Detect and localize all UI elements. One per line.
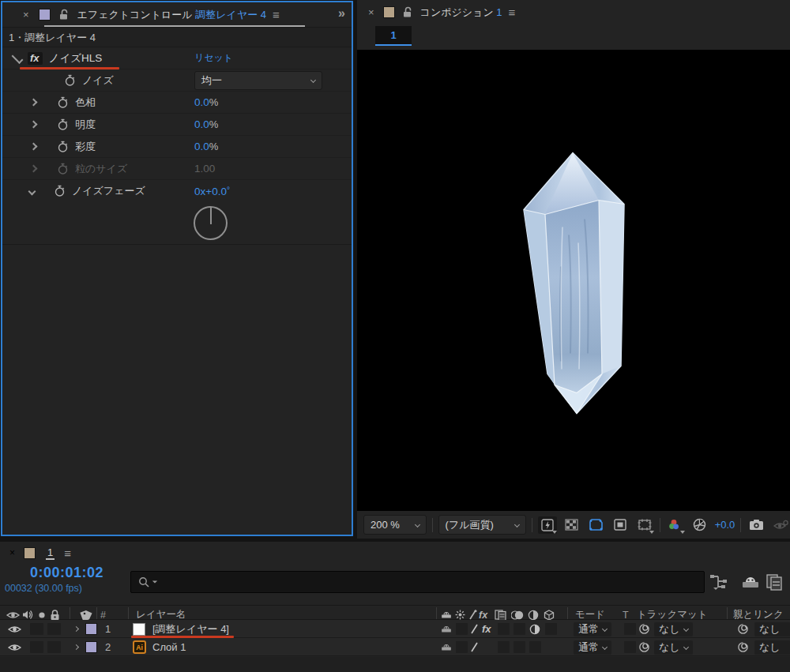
effect-name[interactable]: ノイズHLS [49, 51, 103, 66]
track-matte-dropdown[interactable]: なし [654, 638, 693, 656]
composition-viewer[interactable] [357, 50, 790, 511]
current-timecode[interactable]: 0:00:01:02 [30, 565, 103, 581]
motion-blur-toggle[interactable] [514, 638, 525, 656]
layer-index: 1 [105, 620, 111, 638]
quality-toggle[interactable] [470, 638, 479, 656]
angle-dial[interactable] [194, 206, 228, 240]
twirl-down-icon[interactable] [28, 187, 36, 195]
blend-mode-dropdown[interactable]: 通常 [574, 620, 611, 638]
collapse-toggle[interactable] [456, 620, 468, 638]
search-options-caret[interactable] [152, 580, 157, 583]
frame-blending-button[interactable] [765, 573, 785, 591]
fx-toggle[interactable]: fx [482, 620, 491, 638]
twirl-right-icon[interactable] [30, 121, 38, 129]
twirl-right-icon[interactable] [30, 165, 38, 173]
eye-icon[interactable] [8, 620, 21, 638]
search-icon [138, 576, 150, 588]
property-value[interactable]: 0.0 [194, 141, 209, 152]
property-value[interactable]: 0.0 [194, 96, 209, 108]
frame-blend-toggle[interactable] [498, 620, 510, 638]
adjustment-layer-toggle[interactable] [529, 638, 541, 656]
collapse-toggle[interactable] [456, 638, 468, 656]
mask-visibility-button[interactable] [611, 516, 630, 534]
parent-pickwhip-icon[interactable] [737, 638, 749, 656]
close-tab-icon[interactable]: × [23, 9, 29, 21]
search-input[interactable] [160, 576, 665, 588]
stopwatch-icon[interactable] [54, 185, 66, 197]
tab-effect-controls[interactable]: エフェクトコントロール 調整レイヤー 4 [77, 8, 266, 22]
parent-dropdown[interactable]: なし [754, 638, 790, 656]
fast-preview-button[interactable] [538, 516, 557, 534]
pickwhip-icon[interactable] [638, 620, 650, 638]
mini-flowchart-button[interactable] [709, 573, 728, 591]
region-of-interest-button[interactable] [587, 516, 606, 534]
noise-type-dropdown[interactable]: 均一 [194, 71, 322, 90]
close-tab-icon[interactable]: × [368, 6, 374, 18]
parent-dropdown[interactable]: なし [754, 620, 790, 638]
unlock-icon[interactable] [402, 6, 413, 18]
layer-name[interactable]: Слой 1 [152, 638, 186, 656]
stopwatch-icon[interactable] [57, 96, 69, 109]
stopwatch-icon[interactable] [57, 118, 69, 131]
twirl-right-icon[interactable] [30, 143, 38, 151]
quality-toggle[interactable] [470, 620, 479, 638]
frame-blend-toggle[interactable] [498, 638, 510, 656]
twirl-right-icon[interactable] [30, 99, 38, 107]
viewer-tab-1[interactable]: 1 [375, 26, 412, 46]
layer-label-chip[interactable] [85, 638, 97, 656]
close-tab-icon[interactable]: × [9, 547, 15, 558]
search-box[interactable] [130, 571, 705, 593]
audio-toggle[interactable] [30, 620, 43, 638]
adjustment-layer-toggle[interactable] [529, 620, 540, 638]
property-value[interactable]: 0x+0.0 [194, 186, 227, 197]
solo-toggle[interactable] [47, 620, 61, 638]
motion-blur-toggle[interactable] [514, 620, 525, 638]
tab-timeline-comp[interactable]: 1 [46, 546, 55, 560]
parent-pickwhip-icon[interactable] [737, 620, 749, 638]
3d-toggle[interactable] [545, 620, 557, 638]
panel-menu-icon[interactable]: ≡ [509, 6, 516, 19]
effect-target-layer[interactable]: 1・調整レイヤー 4 [2, 27, 352, 47]
resolution-dropdown[interactable]: (フル画質) [438, 515, 526, 535]
preserve-transparency-toggle[interactable] [624, 638, 636, 656]
zoom-dropdown[interactable]: 200 % [363, 515, 427, 535]
twirl-right-icon[interactable] [74, 620, 78, 638]
tab-composition[interactable]: コンポジション 1 [420, 6, 502, 20]
take-snapshot-button[interactable] [747, 516, 766, 534]
layer-label-chip[interactable] [85, 620, 97, 638]
exposure-reset-icon[interactable] [690, 516, 709, 534]
guides-rulers-button[interactable] [635, 516, 654, 534]
solo-toggle[interactable] [47, 638, 61, 656]
shy-toggle[interactable] [441, 620, 452, 638]
audio-toggle[interactable] [30, 638, 43, 656]
track-matte-dropdown[interactable]: なし [654, 620, 693, 638]
transparency-grid-button[interactable] [562, 516, 581, 534]
unlock-icon[interactable] [58, 9, 70, 21]
panel-menu-icon[interactable]: ≡ [273, 8, 280, 21]
blend-mode-dropdown[interactable]: 通常 [574, 638, 611, 656]
eye-icon[interactable] [8, 638, 21, 656]
shy-layers-button[interactable] [741, 573, 760, 591]
exposure-value[interactable]: +0.0 [715, 519, 735, 531]
stopwatch-icon[interactable] [64, 74, 76, 87]
fx-enable-badge[interactable]: fx [28, 52, 43, 65]
layer-row-1[interactable]: 1 [調整レイヤー 4] fx 通常 なし なし [0, 620, 790, 638]
channel-settings-button[interactable] [666, 516, 685, 534]
timeline-empty-area [0, 657, 790, 672]
property-row-noise-phase: ノイズフェーズ 0x+0.0° [2, 180, 352, 202]
collapse-panel-icon[interactable]: » [338, 6, 344, 21]
panel-menu-icon[interactable]: ≡ [64, 546, 71, 560]
twirl-down-icon[interactable] [12, 52, 24, 64]
comp-color-chip [24, 547, 36, 559]
twirl-right-icon[interactable] [74, 638, 78, 656]
reset-button[interactable]: リセット [194, 51, 233, 65]
property-value[interactable]: 0.0 [194, 118, 209, 130]
show-snapshot-button[interactable] [771, 516, 790, 534]
layer-row-2[interactable]: 2 Ai Слой 1 通常 なし なし [0, 638, 790, 656]
preserve-transparency-toggle[interactable] [624, 620, 636, 638]
pickwhip-icon[interactable] [638, 638, 650, 656]
chevron-down-icon [415, 522, 420, 527]
shy-toggle[interactable] [441, 638, 452, 656]
layer-index: 2 [105, 638, 111, 656]
stopwatch-icon[interactable] [57, 141, 69, 153]
